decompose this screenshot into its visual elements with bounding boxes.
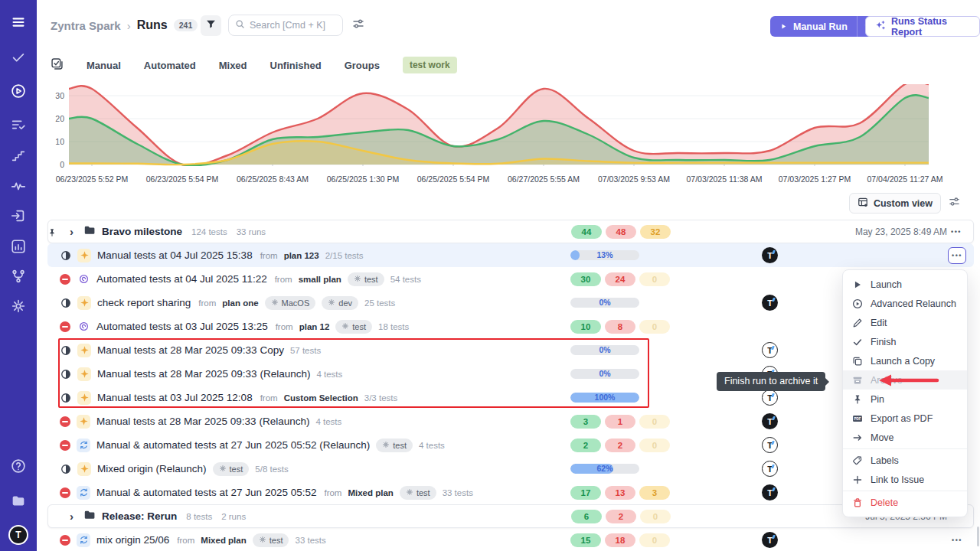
failed-badge: 18 <box>605 533 635 547</box>
status-in-progress-icon <box>60 368 71 380</box>
gear-icon <box>259 536 266 545</box>
tests-count: 5/8 tests <box>255 465 288 474</box>
select-all-icon[interactable] <box>51 57 64 73</box>
run-row[interactable]: mix origin 25/06fromMixed plantest33 tes… <box>47 528 974 551</box>
tests-count: 57 tests <box>290 346 321 355</box>
sidebar-check-icon[interactable] <box>10 49 27 66</box>
tag-label: test <box>364 275 378 284</box>
status-in-progress-icon <box>60 344 71 356</box>
tests-count: 33 tests <box>443 488 473 497</box>
scrollbar[interactable] <box>977 527 979 546</box>
from-plan[interactable]: small plan <box>299 275 341 284</box>
group-row[interactable]: ›Bravo milestone124 tests33 runs444832Ma… <box>47 220 974 243</box>
more-actions-button[interactable]: ••• <box>947 224 965 240</box>
sidebar-list-check-icon[interactable] <box>10 116 27 133</box>
menu-item-link-to-issue[interactable]: Link to Issue <box>843 470 967 489</box>
run-row[interactable]: Manual tests at 04 Jul 2025 15:38frompla… <box>47 243 974 267</box>
tag-pill[interactable]: test <box>213 462 250 476</box>
menu-item-export-as-pdf[interactable]: PDFExport as PDF <box>843 409 967 428</box>
runs-status-report-button[interactable]: Runs Status Report <box>865 16 980 37</box>
menu-item-advanced-relaunch[interactable]: Advanced Relaunch <box>843 294 967 313</box>
from-plan[interactable]: plan 123 <box>284 251 319 260</box>
status-stopped-icon <box>60 274 70 285</box>
sidebar-play-circle-icon[interactable] <box>10 83 27 99</box>
run-title: mix origin 25/06 <box>96 534 169 546</box>
sidebar-folders-icon[interactable] <box>10 492 27 509</box>
search-input[interactable] <box>250 20 334 31</box>
run-row[interactable]: Manual & automated tests at 27 Jun 2025 … <box>47 433 974 457</box>
custom-view-button[interactable]: Custom view <box>849 193 941 214</box>
search-box[interactable] <box>228 15 343 36</box>
from-plan[interactable]: Mixed plan <box>201 536 246 545</box>
menu-item-labels[interactable]: Labels <box>843 451 967 470</box>
mixed-run-icon <box>77 439 90 452</box>
manual-run-icon <box>77 391 91 405</box>
run-row[interactable]: Manual tests at 28 Mar 2025 09:33 (Relau… <box>47 362 974 386</box>
breadcrumb-project[interactable]: Zyntra Spark <box>51 19 121 32</box>
run-row[interactable]: Manual tests at 28 Mar 2025 09:33 (Relau… <box>47 409 974 433</box>
from-plan[interactable]: Custom Selection <box>284 393 358 403</box>
active-filter-chip[interactable]: test work <box>403 57 457 73</box>
sidebar-help-icon[interactable] <box>10 458 27 474</box>
tab-groups[interactable]: Groups <box>345 60 380 71</box>
tag-pill[interactable]: test <box>253 533 289 547</box>
run-row[interactable]: Automated tests at 04 Jul 2025 11:22from… <box>47 267 974 291</box>
tab-mixed[interactable]: Mixed <box>219 60 247 71</box>
more-actions-button[interactable]: ••• <box>948 247 966 264</box>
from-label: from <box>276 322 293 331</box>
more-actions-button[interactable]: ••• <box>948 533 966 548</box>
tag-pill[interactable]: dev <box>322 296 358 310</box>
run-title: check report sharing <box>97 297 191 308</box>
menu-item-edit[interactable]: Edit <box>843 313 967 332</box>
copy-icon <box>852 356 863 367</box>
run-row[interactable]: Mixed origin (Relaunch)test5/8 tests62%T… <box>47 457 974 481</box>
tag-pill[interactable]: test <box>400 486 436 500</box>
finish-icon <box>852 337 863 347</box>
menu-item-launch[interactable]: Launch <box>843 275 967 294</box>
run-row[interactable]: Automated tests at 03 Jul 2025 13:25from… <box>47 315 974 338</box>
from-plan[interactable]: plan 12 <box>299 322 330 331</box>
from-plan[interactable]: Mixed plan <box>348 488 393 497</box>
tag-pill[interactable]: test <box>335 320 372 334</box>
sidebar-branch-icon[interactable] <box>10 268 27 285</box>
menu-item-delete[interactable]: Delete <box>843 493 967 512</box>
from-plan[interactable]: plan one <box>222 298 258 308</box>
run-row[interactable]: Manual tests at 28 Mar 2025 09:33 Copy57… <box>47 338 974 362</box>
sidebar-menu-icon[interactable] <box>10 14 27 31</box>
tag-pill[interactable]: MacOS <box>265 296 316 310</box>
sidebar-gear-icon[interactable] <box>10 298 27 315</box>
run-row[interactable]: check report sharingfromplan oneMacOSdev… <box>47 291 974 315</box>
manual-run-icon <box>77 415 90 429</box>
from-label: from <box>260 251 278 260</box>
status-stopped-icon <box>60 487 70 498</box>
run-row[interactable]: Manual & automated tests at 27 Jun 2025 … <box>47 481 974 504</box>
group-row[interactable]: ›Release: Rerun8 tests2 runs620Jul 5, 20… <box>47 504 974 528</box>
sidebar-bar-chart-icon[interactable] <box>10 238 27 255</box>
menu-item-finish[interactable]: Finish <box>843 332 967 351</box>
tab-unfinished[interactable]: Unfinished <box>270 60 322 71</box>
manual-run-button[interactable]: Manual Run <box>770 20 857 34</box>
filter-button[interactable] <box>201 15 221 36</box>
user-avatar[interactable]: T <box>8 525 28 545</box>
menu-item-launch-a-copy[interactable]: Launch a Copy <box>843 351 967 370</box>
x-axis-label: 06/25/2025 8:43 AM <box>237 174 309 184</box>
x-axis-label: 06/27/2025 5:55 AM <box>508 174 580 184</box>
sidebar-steps-icon[interactable] <box>10 147 27 164</box>
list-settings-button[interactable] <box>949 196 960 210</box>
run-row[interactable]: Manual tests at 03 Jul 2025 12:08fromCus… <box>47 386 974 409</box>
sidebar-pulse-icon[interactable] <box>10 178 27 194</box>
menu-item-pin[interactable]: Pin <box>843 390 967 409</box>
tab-automated[interactable]: Automated <box>144 60 196 71</box>
gear-icon <box>219 465 227 474</box>
tag-pill[interactable]: test <box>376 439 413 452</box>
sidebar-import-icon[interactable] <box>10 207 27 224</box>
tag-pill[interactable]: test <box>348 272 384 286</box>
menu-item-label: Pin <box>871 394 884 405</box>
x-axis-label: 07/03/2025 11:38 AM <box>686 174 762 184</box>
folder-icon <box>83 509 96 524</box>
tab-manual[interactable]: Manual <box>87 60 121 71</box>
expand-chevron-icon[interactable]: › <box>70 225 77 238</box>
search-settings-button[interactable] <box>349 16 368 34</box>
menu-item-move[interactable]: Move <box>843 428 967 447</box>
expand-chevron-icon[interactable]: › <box>70 510 77 523</box>
